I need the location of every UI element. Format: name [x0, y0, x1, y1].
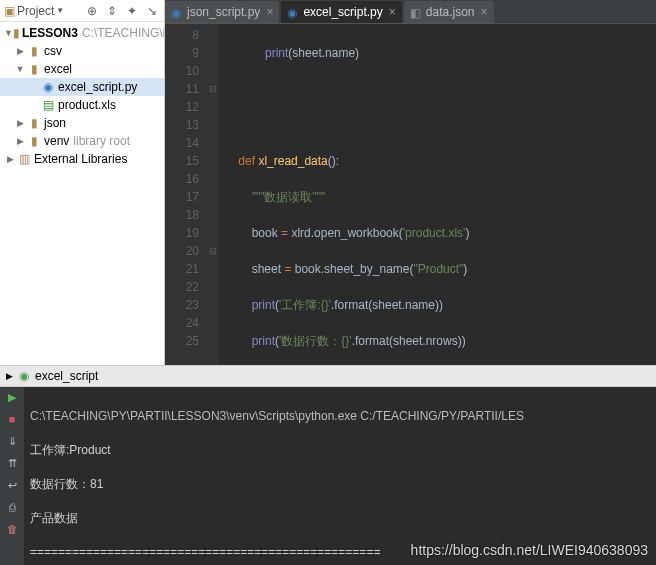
fold-gutter: ⊟ ⊟ — [207, 24, 219, 365]
wrap-icon[interactable]: ↩ — [4, 479, 20, 495]
console-command: C:\TEACHING\PY\PARTII\LESSON3\venv\Scrip… — [30, 408, 650, 425]
gear-icon[interactable]: ✦ — [124, 3, 140, 19]
hide-icon[interactable]: ↘ — [144, 3, 160, 19]
root-path: C:\TEACHING\PY\ — [82, 26, 164, 40]
tree-file-excel-script[interactable]: ◉excel_script.py — [0, 78, 164, 96]
python-file-icon: ◉ — [19, 369, 29, 383]
line-gutter: 8910111213141516171819202122232425 — [165, 24, 207, 365]
code-editor[interactable]: 8910111213141516171819202122232425 ⊟ ⊟ p… — [165, 24, 656, 365]
project-label: Project — [17, 4, 54, 18]
down-icon[interactable]: ⇓ — [4, 435, 20, 451]
tree-folder-venv[interactable]: ▶▮venvlibrary root — [0, 132, 164, 150]
root-name: LESSON3 — [22, 26, 78, 40]
run-tool-window: ▶ ■ ⇓ ⇈ ↩ ⎙ 🗑 C:\TEACHING\PY\PARTII\LESS… — [0, 387, 656, 565]
folder-icon: ▮ — [26, 44, 42, 58]
print-icon[interactable]: ⎙ — [4, 501, 20, 517]
run-config-name: excel_script — [35, 369, 98, 383]
run-tab-header[interactable]: ▶ ◉ excel_script — [0, 365, 656, 387]
expand-icon[interactable]: ⇕ — [104, 3, 120, 19]
code-content: print(sheet.name) def xl_read_data(): ""… — [219, 24, 656, 365]
console-toolbar: ▶ ■ ⇓ ⇈ ↩ ⎙ 🗑 — [0, 387, 24, 565]
console-line: 数据行数：81 — [30, 476, 650, 493]
close-icon[interactable]: × — [266, 5, 273, 19]
tree-external-libraries[interactable]: ▶▥External Libraries — [0, 150, 164, 168]
console-line: 工作簿:Product — [30, 442, 650, 459]
editor-area: ◉json_script.py× ◉excel_script.py× ◧data… — [165, 0, 656, 365]
json-file-icon: ◧ — [410, 6, 422, 18]
play-icon: ▶ — [6, 371, 13, 381]
folder-icon: ▮ — [13, 26, 20, 40]
folder-icon: ▮ — [26, 134, 42, 148]
folder-icon: ▮ — [26, 62, 42, 76]
tab-excel-script[interactable]: ◉excel_script.py× — [281, 1, 401, 23]
project-icon: ▣ — [4, 4, 15, 18]
chevron-down-icon: ▼ — [56, 6, 64, 15]
collapse-icon[interactable]: ⊕ — [84, 3, 100, 19]
fold-handle[interactable]: ⊟ — [207, 80, 219, 98]
close-icon[interactable]: × — [389, 5, 396, 19]
library-icon: ▥ — [16, 152, 32, 166]
project-sidebar: ▣ Project ▼ ⊕ ⇕ ✦ ↘ ▼▮LESSON3C:\TEACHING… — [0, 0, 165, 365]
tree-root[interactable]: ▼▮LESSON3C:\TEACHING\PY\ — [0, 24, 164, 42]
fold-handle[interactable]: ⊟ — [207, 242, 219, 260]
up-icon[interactable]: ⇈ — [4, 457, 20, 473]
close-icon[interactable]: × — [480, 5, 487, 19]
project-tree: ▼▮LESSON3C:\TEACHING\PY\ ▶▮csv ▼▮excel ◉… — [0, 22, 164, 365]
python-file-icon: ◉ — [40, 80, 56, 94]
stop-icon[interactable]: ■ — [4, 413, 20, 429]
tree-file-product-xls[interactable]: ▤product.xls — [0, 96, 164, 114]
tab-data-json[interactable]: ◧data.json× — [404, 1, 494, 23]
sidebar-toolbar: ▣ Project ▼ ⊕ ⇕ ✦ ↘ — [0, 0, 164, 22]
watermark: https://blog.csdn.net/LIWEI940638093 — [411, 542, 648, 559]
folder-icon: ▮ — [26, 116, 42, 130]
project-dropdown[interactable]: ▣ Project ▼ — [4, 4, 64, 18]
tree-folder-csv[interactable]: ▶▮csv — [0, 42, 164, 60]
editor-tabs: ◉json_script.py× ◉excel_script.py× ◧data… — [165, 0, 656, 24]
trash-icon[interactable]: 🗑 — [4, 523, 20, 539]
console-line: 产品数据 — [30, 510, 650, 527]
tree-folder-json[interactable]: ▶▮json — [0, 114, 164, 132]
python-file-icon: ◉ — [171, 6, 183, 18]
tree-folder-excel[interactable]: ▼▮excel — [0, 60, 164, 78]
xls-file-icon: ▤ — [40, 98, 56, 112]
rerun-icon[interactable]: ▶ — [4, 391, 20, 407]
tab-json-script[interactable]: ◉json_script.py× — [165, 1, 279, 23]
console-output[interactable]: C:\TEACHING\PY\PARTII\LESSON3\venv\Scrip… — [24, 387, 656, 565]
python-file-icon: ◉ — [287, 6, 299, 18]
